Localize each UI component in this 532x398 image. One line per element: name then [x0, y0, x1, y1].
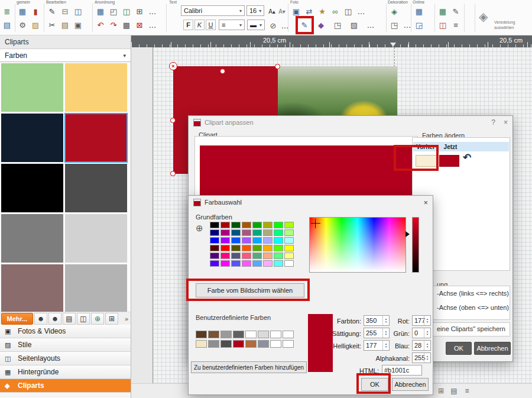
rotate-handle[interactable]	[220, 69, 225, 74]
person-add-icon[interactable]: ☻	[48, 313, 61, 325]
calendar-icon[interactable]: ◫	[437, 19, 449, 31]
design-brush-icon[interactable]: ▨	[30, 19, 41, 31]
undo-color-icon[interactable]: ↶	[463, 151, 471, 164]
custom-color-cell[interactable]	[270, 340, 281, 348]
grid-icon[interactable]: ⊞	[105, 313, 118, 325]
basic-color-cell[interactable]	[284, 253, 294, 259]
basic-color-cell[interactable]	[231, 229, 241, 236]
color-before-swatch[interactable]	[416, 155, 437, 167]
brightness-slider-arrow[interactable]	[406, 231, 410, 237]
custom-color-cell[interactable]	[233, 340, 244, 348]
ok-button[interactable]: OK	[361, 378, 388, 391]
edit-pencil-icon[interactable]: ✎	[46, 5, 58, 17]
table-icon[interactable]: ▦	[17, 5, 28, 17]
basic-color-cell[interactable]	[263, 222, 273, 228]
basic-color-cell[interactable]	[242, 237, 251, 244]
basic-color-cell[interactable]	[210, 260, 219, 267]
basic-color-cell[interactable]	[231, 222, 241, 228]
layers-icon[interactable]: ▩	[121, 19, 132, 31]
dialog-titlebar[interactable]: Farbauswahl ×	[189, 196, 433, 209]
font-decrease-icon[interactable]: A▾	[276, 5, 288, 17]
spinner-arrows[interactable]: ▴▾	[424, 353, 430, 363]
link-icon[interactable]: ∞	[329, 5, 341, 17]
custom-color-cell[interactable]	[220, 340, 232, 348]
sidebar-nav-item[interactable]: ▣ Fotos & Videos	[0, 325, 131, 338]
save-to-my-cliparts-option[interactable]: eine Cliparts" speichern	[437, 325, 505, 332]
basic-color-cell[interactable]	[284, 237, 294, 244]
basic-color-cell[interactable]	[210, 229, 219, 236]
custom-color-cell[interactable]	[196, 331, 207, 338]
panel-toggle-icon[interactable]: ▤	[1, 19, 13, 31]
green-field[interactable]: 0▴▾	[412, 328, 431, 338]
basic-color-cell[interactable]	[284, 229, 294, 236]
border-icon[interactable]: ◳	[388, 19, 400, 31]
ok-button[interactable]: OK	[446, 342, 472, 355]
basic-color-cell[interactable]	[231, 237, 241, 244]
clipart-color-swatch[interactable]	[65, 63, 127, 112]
html-field[interactable]: #b1001c	[382, 365, 422, 376]
bold-button[interactable]: F	[183, 20, 193, 30]
online-upload-icon[interactable]: ◲	[413, 19, 425, 31]
basic-color-cell[interactable]	[210, 253, 219, 259]
alignment-dropdown[interactable]: ≡▾	[219, 20, 245, 30]
basic-color-cell[interactable]	[210, 237, 219, 244]
custom-color-cell[interactable]	[283, 340, 294, 348]
basic-color-cell[interactable]	[220, 222, 230, 228]
album-icon[interactable]: ≣	[1, 5, 13, 17]
more-icon[interactable]: …	[355, 5, 367, 17]
basic-color-cell[interactable]	[263, 253, 273, 259]
close-icon[interactable]: ×	[504, 118, 508, 127]
color-now-swatch[interactable]	[439, 155, 459, 167]
basic-color-cell[interactable]	[274, 253, 283, 259]
basic-color-cell[interactable]	[242, 222, 251, 228]
undo-icon[interactable]: ↶	[95, 19, 106, 31]
hue-saturation-picker[interactable]	[309, 217, 406, 273]
grid-icon[interactable]: ▦	[95, 5, 106, 17]
basic-color-cell[interactable]	[220, 253, 230, 259]
mirror-x-option[interactable]: -Achse (links <=> rechts)	[437, 290, 509, 297]
mirror-y-option[interactable]: -Achse (oben <=> unten)	[437, 304, 509, 311]
notebook-icon[interactable]: ▮	[30, 5, 41, 17]
annotate-icon[interactable]: ✎	[450, 5, 462, 17]
effects-icon[interactable]: ◆	[315, 19, 327, 31]
basic-color-cell[interactable]	[231, 253, 241, 259]
more-icon[interactable]: …	[365, 19, 377, 31]
clipart-color-swatch[interactable]	[65, 214, 127, 263]
basic-color-cell[interactable]	[252, 229, 262, 236]
cancel-button[interactable]: Abbrechen	[392, 378, 429, 391]
layout-icon[interactable]: ◫	[77, 313, 90, 325]
pages-view-icon[interactable]: ▤	[449, 386, 459, 396]
edit-photo-icon[interactable]: ✎	[299, 19, 310, 31]
list-view-icon[interactable]: ≡	[462, 386, 472, 396]
alpha-field[interactable]: 255▴▾	[412, 352, 431, 363]
more-text-options-icon[interactable]: …	[279, 20, 291, 31]
custom-color-cell[interactable]	[208, 340, 219, 348]
cut-icon[interactable]: ✂	[46, 19, 58, 31]
clipart-color-swatch[interactable]	[65, 164, 127, 212]
basic-color-cell[interactable]	[274, 222, 283, 228]
map-icon[interactable]: ▦	[437, 5, 449, 17]
basic-color-cell[interactable]	[263, 229, 273, 236]
basic-color-cell[interactable]	[252, 237, 262, 244]
clipart-color-swatch[interactable]	[1, 114, 63, 162]
custom-color-cell[interactable]	[245, 340, 257, 348]
sidebar-nav-item[interactable]: ▦ Hintergründe	[0, 365, 131, 379]
basic-color-cell[interactable]	[263, 237, 273, 244]
custom-color-cell[interactable]	[270, 331, 281, 338]
custom-color-cell[interactable]	[283, 331, 294, 338]
photo-frame-icon[interactable]: ◫	[342, 5, 354, 17]
basic-color-cell[interactable]	[252, 245, 262, 251]
basic-color-cell[interactable]	[274, 245, 283, 251]
line-spacing-dropdown[interactable]: ▬▾	[247, 20, 265, 30]
shadow-icon[interactable]: ▨	[348, 19, 360, 31]
more-icon[interactable]: …	[147, 5, 158, 17]
snap-grid-icon[interactable]: ⊠	[134, 19, 145, 31]
basic-color-cell[interactable]	[220, 245, 230, 251]
resize-handle-top-right[interactable]	[275, 64, 280, 69]
basic-color-cell[interactable]	[252, 222, 262, 228]
basic-color-cell[interactable]	[231, 260, 241, 267]
resize-handle-bottom-left[interactable]	[170, 171, 176, 176]
custom-color-cell[interactable]	[233, 331, 244, 338]
basic-color-cell[interactable]	[231, 245, 241, 251]
thumbnails-icon[interactable]: ⊞	[436, 386, 446, 396]
